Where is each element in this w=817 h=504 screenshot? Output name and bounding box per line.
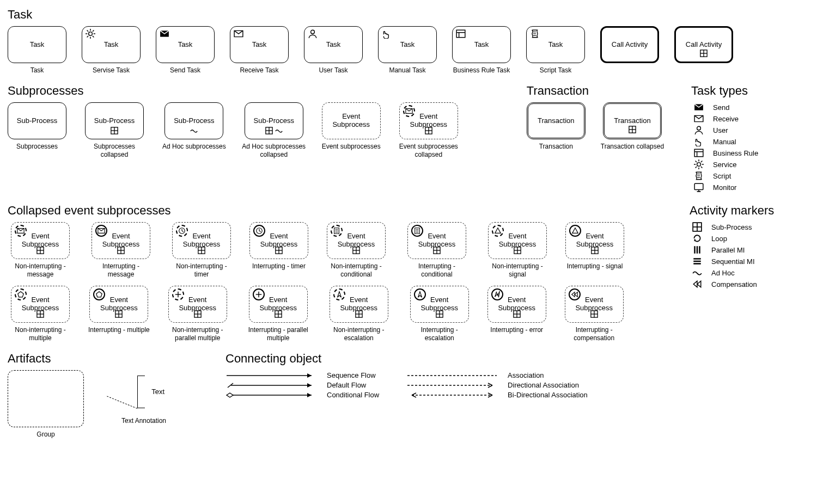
bidirectional-association: Bi-Directional Association (406, 391, 588, 399)
section-task-title: Task (8, 8, 809, 22)
text-annotation-shape: Text (106, 370, 182, 414)
legend-comp-marker: Compensation (690, 279, 809, 289)
collapsed-event-subprocess-shape: Event Subprocess (487, 286, 546, 323)
script-task-shape: Task (526, 26, 585, 63)
multiple-event-icon (15, 288, 27, 300)
collapsed-event-subprocess-shape: Event Subprocess (488, 222, 547, 259)
compensation-event-icon (569, 288, 581, 300)
sub-process-marker-icon (425, 127, 432, 137)
business-rule-icon (456, 29, 466, 41)
collapsed-caption: Interrupting - escalation (407, 326, 472, 342)
sub-process-marker-icon (590, 310, 598, 320)
legend-brule: Business Rule (691, 148, 758, 158)
sub-process-marker-icon (700, 50, 708, 59)
collapsed-event-subprocess-shape: Event Subprocess (89, 286, 148, 323)
sub-process-marker-icon (198, 247, 205, 256)
adhoc-subprocess-shape: Sub-Process (164, 102, 223, 139)
sequence-flow: Sequence Flow (225, 371, 379, 380)
receive-icon (234, 29, 243, 41)
event-subprocess-collapsed-shape: Event Subprocess (399, 102, 458, 139)
section-connecting-title: Connecting object (225, 352, 588, 366)
receive-icon (691, 114, 706, 124)
bracket-icon (137, 376, 145, 408)
message-event-icon (403, 105, 415, 117)
conditional-event-icon (411, 225, 423, 237)
collapsed-caption: Interrupting - message (88, 262, 154, 278)
sub-process-marker-icon (352, 247, 360, 256)
call-activity-shape: Call Activity (600, 26, 659, 63)
gear-icon (86, 29, 95, 41)
sub-process-marker-icon (115, 310, 123, 320)
receive-task-shape: Task (230, 26, 289, 63)
subprocess-shape: Sub-Process (8, 102, 66, 139)
section-artifacts-title: Artifacts (8, 352, 182, 366)
conditional-flow: Conditional Flow (225, 391, 379, 399)
user-task-shape: Task (304, 26, 363, 63)
sub-process-marker-icon (436, 310, 443, 320)
parallel-multiple-event-icon (253, 288, 265, 300)
collapsed-event-subprocess-shape: Event Subprocess (11, 222, 70, 259)
error-event-icon (491, 288, 503, 300)
collapsed-event-subprocess-shape: Event Subprocess (172, 222, 231, 259)
brule-task-shape: Task (452, 26, 511, 63)
collapsed-caption: Non-interrupting - conditional (324, 262, 389, 278)
collapsed-caption: Non-interrupting - parallel multiple (165, 326, 230, 342)
sub-process-marker-icon (275, 310, 282, 320)
manual-icon (691, 137, 706, 146)
collapsed-caption: Non-interrupting - timer (169, 262, 234, 278)
collapsed-event-subprocess-shape: Event Subprocess (410, 286, 469, 323)
escalation-event-icon (333, 288, 345, 300)
subprocess-collapsed-shape: Sub-Process (85, 102, 144, 139)
collapsed-caption: Non-interrupting - multiple (8, 326, 73, 342)
task-row: TaskTask TaskServise Task TaskSend Task … (8, 26, 809, 74)
group-shape (8, 370, 84, 427)
transaction-collapsed-shape: Transaction (603, 102, 662, 139)
sub-process-marker-icon (265, 127, 273, 137)
compensation-marker-icon (690, 279, 705, 289)
timer-event-icon (176, 225, 188, 237)
collapsed-event-subprocess-shape: Event Subprocess (565, 286, 624, 323)
manual-icon (382, 29, 392, 41)
directional-association: Directional Association (406, 381, 588, 390)
sub-process-marker-icon (117, 247, 125, 256)
collapsed-caption: Interrupting - timer (252, 262, 306, 270)
collapsed-caption: Interrupting - parallel multiple (246, 326, 311, 342)
call-activity-collapsed-shape: Call Activity (674, 26, 733, 63)
collapsed-caption: Non-interrupting - signal (485, 262, 550, 278)
parallel-multiple-event-icon (172, 288, 184, 300)
service-task-shape: Task (82, 26, 141, 63)
adhoc-marker-icon (690, 268, 705, 278)
task-caption: Task (31, 66, 44, 74)
user-icon (308, 29, 318, 41)
legend-receive: Receive (691, 114, 758, 124)
legend-parmi-marker: Parallel MI (690, 245, 809, 255)
association-lead-line (107, 396, 137, 409)
parallel-mi-marker-icon (690, 245, 705, 255)
sub-process-marker-icon (629, 126, 636, 136)
section-task-types-title: Task types (691, 84, 758, 98)
collapsed-event-subprocess-shape: Event Subprocess (407, 222, 466, 259)
legend-manual: Manual (691, 137, 758, 146)
task-shape: Task (8, 26, 66, 63)
collapsed-event-subprocess-shape: Event Subprocess (92, 222, 150, 259)
adhoc-marker-icon (190, 127, 198, 137)
legend-subprocess-marker: Sub-Process (690, 222, 809, 232)
group-caption: Group (36, 431, 54, 438)
collapsed-caption: Interrupting - error (490, 326, 543, 334)
script-icon (530, 29, 540, 41)
signal-event-icon (492, 225, 504, 237)
legend-script: Script (691, 171, 758, 181)
message-event-icon (95, 225, 107, 237)
collapsed-caption: Non-interrupting - escalation (326, 326, 392, 342)
loop-marker-icon (690, 233, 705, 243)
section-collapsed-title: Collapsed event subprocesses (8, 204, 627, 218)
collapsed-event-subprocess-shape: Event Subprocess (249, 222, 308, 259)
sub-process-marker-icon (513, 310, 521, 320)
text-annotation-caption: Text Annotation (121, 417, 166, 425)
business-rule-icon (691, 148, 706, 158)
sub-process-marker-icon (36, 310, 44, 320)
send-icon (160, 29, 169, 41)
legend-adhoc-marker: Ad Hoc (690, 268, 809, 278)
section-activity-markers-title: Activity markers (690, 204, 809, 218)
sub-process-marker-icon (690, 222, 705, 232)
